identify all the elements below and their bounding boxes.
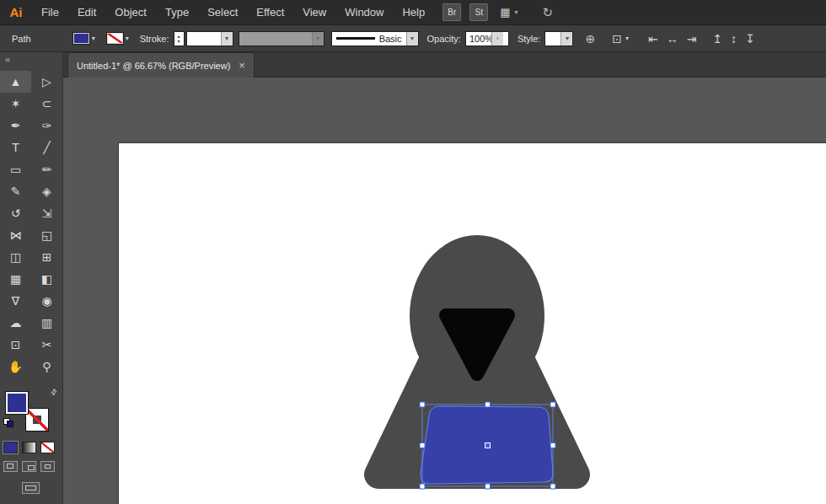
slice-tool[interactable]: ✂	[31, 334, 62, 356]
opacity-label: Opacity:	[427, 34, 461, 44]
curvature-tool[interactable]: ✑	[31, 115, 62, 137]
chevron-down-icon: ▾	[312, 32, 324, 46]
rectangle-tool[interactable]: ▭	[0, 158, 31, 180]
align-horizontal-center-icon[interactable]: ↔	[667, 32, 678, 46]
rotate-tool[interactable]: ↺	[0, 202, 31, 224]
gradient-tool[interactable]: ◧	[31, 268, 62, 290]
app-logo: Ai	[0, 0, 32, 25]
line-segment-tool[interactable]: ╱	[31, 137, 62, 158]
paintbrush-tool[interactable]: ✏	[31, 158, 62, 180]
menu-type[interactable]: Type	[156, 0, 198, 25]
magic-wand-tool[interactable]: ✶	[0, 93, 31, 115]
fill-color-swatch[interactable]	[72, 32, 90, 45]
gradient-mode-button[interactable]	[22, 442, 36, 453]
menu-view[interactable]: View	[293, 0, 335, 25]
opacity-input[interactable]	[466, 34, 491, 44]
fill-swatch[interactable]	[5, 391, 29, 415]
type-tool[interactable]: T	[0, 137, 31, 158]
selection-handle[interactable]	[485, 484, 491, 489]
default-fill-stroke-icon[interactable]	[3, 418, 14, 427]
shaper-tool[interactable]: ✎	[0, 180, 31, 202]
direct-selection-tool[interactable]: ▷	[31, 71, 62, 93]
stroke-label: Stroke:	[140, 34, 169, 44]
blend-tool[interactable]: ◉	[31, 290, 62, 312]
menu-edit[interactable]: Edit	[68, 0, 105, 25]
menu-effect[interactable]: Effect	[247, 0, 293, 25]
transform-icon: ⊡	[612, 32, 622, 46]
free-transform-tool[interactable]: ◱	[31, 224, 62, 246]
selection-handle[interactable]	[550, 443, 555, 448]
draw-normal-button[interactable]	[3, 461, 18, 472]
perspective-grid-tool[interactable]: ⊞	[31, 246, 62, 268]
selection-handle[interactable]	[550, 402, 555, 407]
globe-icon[interactable]: ⊕	[585, 32, 595, 46]
collapse-panel-button[interactable]: «	[0, 52, 62, 66]
brush-definition-dropdown[interactable]: Basic ▾	[331, 31, 419, 46]
color-mode-button[interactable]	[3, 442, 18, 453]
chevron-down-icon: ▾	[515, 8, 518, 16]
mesh-tool[interactable]: ▦	[0, 268, 31, 290]
shape-builder-tool[interactable]: ◫	[0, 246, 31, 268]
canvas-area[interactable]	[63, 78, 826, 504]
symbol-sprayer-tool[interactable]: ☁	[0, 312, 31, 334]
selection-handle[interactable]	[550, 484, 555, 489]
artboard-tool[interactable]: ⊡	[0, 334, 31, 356]
eraser-tool[interactable]: ◈	[31, 180, 62, 202]
align-horizontal-left-icon[interactable]: ⇤	[648, 32, 658, 46]
brush-name: Basic	[379, 34, 402, 44]
stroke-color-swatch[interactable]	[106, 32, 124, 45]
chevron-down-icon[interactable]: ▾	[560, 32, 572, 46]
stroke-swatch[interactable]	[25, 408, 49, 432]
menu-help[interactable]: Help	[393, 0, 434, 25]
hand-tool[interactable]: ✋	[0, 356, 31, 378]
draw-inside-button[interactable]	[40, 461, 55, 472]
selection-handle[interactable]	[420, 402, 425, 407]
chevron-down-icon: ▾	[625, 35, 629, 42]
draw-behind-button[interactable]	[22, 461, 36, 472]
stroke-width-dropdown[interactable]: ▾	[186, 31, 233, 46]
opacity-field[interactable]: ›	[465, 31, 509, 46]
change-screen-mode-button[interactable]	[22, 482, 40, 494]
stock-button[interactable]: St	[469, 3, 488, 21]
chevron-down-icon[interactable]: ▾	[221, 32, 233, 46]
chevron-down-icon[interactable]: ▾	[406, 32, 418, 46]
arrange-documents-button[interactable]: ▦ ▾	[500, 6, 520, 19]
zoom-tool[interactable]: ⚲	[31, 356, 62, 378]
swap-fill-stroke-icon[interactable]: ⇄	[49, 387, 59, 397]
document-tab-bar: Untitled-1* @ 66.67% (RGB/Preview) ×	[63, 52, 826, 78]
selection-center-point[interactable]	[485, 443, 491, 448]
menu-file[interactable]: File	[32, 0, 68, 25]
transform-menu-button[interactable]: ⊡ ▾	[612, 32, 631, 46]
chevron-down-icon[interactable]: ▾	[92, 35, 95, 42]
tools-panel: « ▲ ▷ ✶ ⊂ ✒ ✑ T ╱ ▭ ✏ ✎ ◈ ↺ ⇲ ⋈ ◱ ◫ ⊞ ▦ …	[0, 52, 63, 504]
selection-handle[interactable]	[420, 443, 425, 448]
selection-tool[interactable]: ▲	[0, 71, 31, 93]
close-icon[interactable]: ×	[239, 60, 245, 71]
align-vertical-center-icon[interactable]: ↕	[731, 32, 737, 46]
selection-handle[interactable]	[485, 402, 491, 407]
spinner-down-icon[interactable]: ▾	[178, 39, 180, 44]
bridge-button[interactable]: Br	[442, 3, 461, 21]
scale-tool[interactable]: ⇲	[31, 202, 62, 224]
menu-select[interactable]: Select	[198, 0, 247, 25]
selection-handle[interactable]	[420, 484, 425, 489]
pen-tool[interactable]: ✒	[0, 115, 31, 137]
artboard[interactable]	[119, 143, 826, 504]
align-vertical-bottom-icon[interactable]: ↧	[745, 32, 755, 46]
chevron-down-icon[interactable]: ▾	[126, 35, 129, 42]
chevron-right-icon[interactable]: ›	[491, 32, 503, 46]
menu-object[interactable]: Object	[105, 0, 156, 25]
document-tab[interactable]: Untitled-1* @ 66.67% (RGB/Preview) ×	[67, 52, 255, 78]
align-vertical-top-icon[interactable]: ↥	[712, 32, 722, 46]
align-horizontal-right-icon[interactable]: ⇥	[687, 32, 697, 46]
menu-window[interactable]: Window	[335, 0, 393, 25]
width-tool[interactable]: ⋈	[0, 224, 31, 246]
eyedropper-tool[interactable]: ∇	[0, 290, 31, 312]
sync-icon[interactable]: ↻	[543, 5, 554, 20]
column-graph-tool[interactable]: ▥	[31, 312, 62, 334]
fill-stroke-indicator: ⇄	[5, 389, 57, 433]
stroke-width-stepper[interactable]: ▴ ▾	[174, 31, 185, 46]
style-dropdown[interactable]: ▾	[544, 31, 573, 46]
none-mode-button[interactable]	[40, 442, 55, 453]
lasso-tool[interactable]: ⊂	[31, 93, 62, 115]
